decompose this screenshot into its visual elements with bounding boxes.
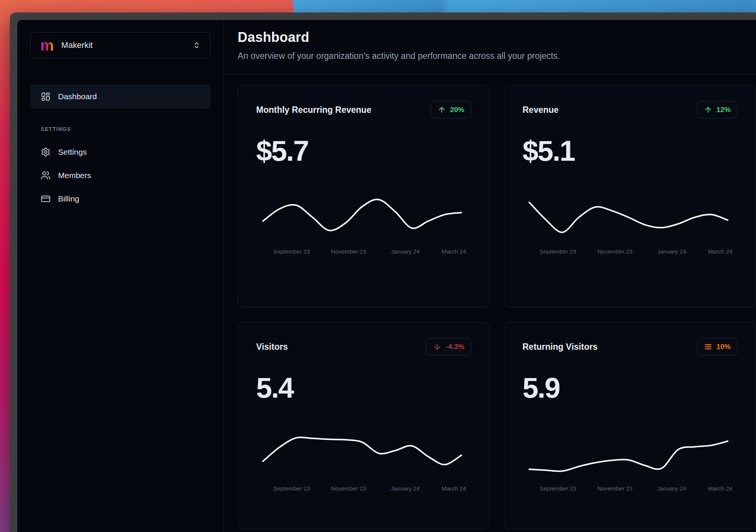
x-tick: September 23 [539, 485, 576, 492]
visitors-card: Visitors -4.3% 5.4 September 23 November… [238, 322, 490, 529]
trend-badge: -4.3% [426, 338, 471, 355]
metric-value: $5.1 [522, 135, 738, 167]
x-tick: November 23 [598, 248, 633, 255]
page-header: Dashboard An overview of your organizati… [224, 20, 756, 74]
x-tick: January 24 [391, 485, 420, 492]
page-subtitle: An overview of your organization's activ… [238, 51, 745, 61]
mrr-sparkline [256, 191, 471, 244]
sidebar-item-settings[interactable]: Settings [30, 140, 211, 164]
sidebar-item-label: Dashboard [58, 92, 97, 101]
sidebar-item-dashboard[interactable]: Dashboard [30, 85, 211, 109]
metric-value: $5.7 [256, 135, 471, 167]
sidebar-item-label: Settings [58, 148, 87, 157]
sidebar: m Makerkit Dashboard SETTINGS [17, 20, 224, 532]
settings-nav: Settings Members Billing [30, 140, 211, 211]
app-window: m Makerkit Dashboard SETTINGS [10, 12, 756, 532]
arrow-down-icon [433, 343, 441, 351]
credit-card-icon [41, 194, 51, 204]
trend-badge: 20% [431, 101, 471, 118]
card-title: Visitors [256, 342, 288, 352]
arrow-up-icon [438, 106, 446, 114]
x-axis-labels: September 23 November 23 January 24 Marc… [522, 485, 738, 494]
x-tick: November 23 [598, 485, 633, 492]
x-axis-labels: September 23 November 23 January 24 Marc… [256, 485, 471, 494]
gear-icon [41, 147, 51, 157]
x-tick: November 23 [331, 485, 366, 492]
trend-label: -4.3% [446, 343, 464, 351]
menu-icon [704, 343, 712, 351]
cards-grid: Monthly Recurring Revenue 20% $5.7 Septe… [224, 74, 756, 529]
x-axis-labels: September 23 November 23 January 24 Marc… [522, 248, 738, 257]
organization-name: Makerkit [61, 40, 93, 50]
main-area: Dashboard An overview of your organizati… [224, 20, 756, 532]
card-title: Monthly Recurring Revenue [256, 105, 371, 115]
metric-value: 5.9 [522, 372, 738, 404]
trend-badge: 12% [697, 101, 738, 118]
card-title: Returning Visitors [522, 342, 598, 352]
revenue-card: Revenue 12% $5.1 September 23 November 2… [504, 85, 756, 308]
page-title: Dashboard [238, 29, 745, 45]
x-tick: September 23 [273, 485, 310, 492]
sidebar-item-label: Billing [58, 194, 79, 203]
arrow-up-icon [704, 106, 712, 114]
app-content: m Makerkit Dashboard SETTINGS [17, 20, 756, 532]
settings-section-label: SETTINGS [30, 126, 211, 132]
x-tick: September 23 [539, 248, 576, 255]
organization-selector[interactable]: m Makerkit [30, 32, 211, 58]
layout-dashboard-icon [41, 92, 51, 101]
sidebar-item-members[interactable]: Members [30, 164, 211, 187]
sidebar-item-billing[interactable]: Billing [30, 187, 211, 211]
users-icon [41, 171, 51, 180]
x-tick: November 23 [331, 248, 366, 255]
metric-value: 5.4 [256, 372, 471, 404]
x-tick: September 23 [273, 248, 310, 255]
x-tick: March 24 [708, 248, 733, 255]
x-tick: March 24 [442, 248, 466, 255]
trend-label: 12% [716, 106, 731, 114]
visitors-sparkline [256, 428, 471, 481]
x-tick: March 24 [442, 485, 466, 492]
x-axis-labels: September 23 November 23 January 24 Marc… [256, 248, 471, 257]
x-tick: January 24 [657, 248, 686, 255]
chevrons-up-down-icon [193, 42, 200, 49]
mrr-card: Monthly Recurring Revenue 20% $5.7 Septe… [238, 85, 490, 308]
trend-label: 20% [450, 106, 464, 114]
sidebar-item-label: Members [58, 171, 91, 180]
x-tick: January 24 [391, 248, 420, 255]
card-title: Revenue [522, 105, 559, 115]
returning-visitors-card: Returning Visitors 10% 5.9 September 23 … [504, 322, 756, 529]
x-tick: March 24 [708, 485, 733, 492]
trend-label: 10% [716, 343, 731, 351]
returning-visitors-sparkline [522, 428, 738, 481]
trend-badge: 10% [697, 338, 738, 355]
x-tick: January 24 [657, 485, 686, 492]
primary-nav: Dashboard [30, 85, 211, 109]
revenue-sparkline [522, 191, 738, 244]
makerkit-logo: m [40, 38, 54, 53]
